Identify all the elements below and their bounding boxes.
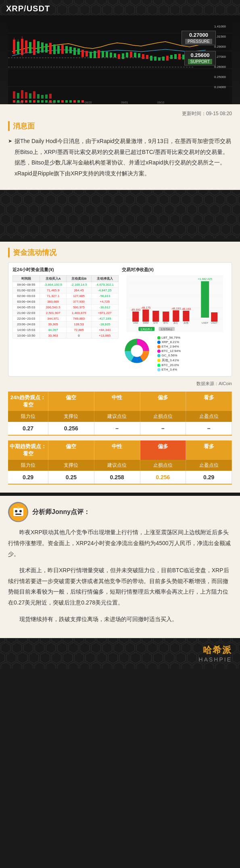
svg-text:USDT: USDT	[211, 322, 218, 324]
analyst-para-3: 现货继续持有，跌破支撑位离场，未进场的可回撤时适当买入。	[8, 614, 232, 625]
legend-dot	[157, 354, 161, 357]
legend-label: LBT_56.79%	[162, 336, 180, 339]
analyst-para-2: 技术面上，昨日XRP行情增量突破，但并未突破阻力位，目前BTC临近变盘，XRP后…	[8, 565, 232, 608]
t24-val-3: –	[94, 422, 140, 435]
legend-dot	[157, 341, 161, 344]
mid-val-4: 0.256	[140, 471, 186, 484]
td-net: +4,725	[91, 299, 118, 305]
t24-header-zhongxing: 中性	[94, 392, 140, 411]
td-time: 10:00~10:50	[13, 333, 40, 339]
svg-text:08/01: 08/01	[16, 101, 23, 104]
table-row: 10:00~10:50 33,963 0 +13,865	[13, 333, 119, 339]
svg-rect-22	[33, 40, 35, 55]
t24-val-5: –	[186, 422, 232, 435]
svg-rect-27	[53, 44, 56, 54]
mid-val-2: 0.25	[48, 471, 94, 484]
svg-rect-58	[178, 54, 181, 59]
support-tag: SUPPORT	[188, 59, 212, 64]
svg-rect-48	[138, 53, 140, 57]
svg-text:XRM: XRM	[143, 322, 148, 324]
td-net: -56,813	[91, 293, 118, 299]
td-buy: 344,971	[40, 316, 67, 322]
t24-col-suggest: 建议点位	[94, 411, 140, 422]
svg-rect-21	[29, 42, 31, 53]
table-row: 14:00~15:03 44,097 72,885 +84,343	[13, 327, 119, 333]
t24-header-piankou: 偏空	[48, 392, 94, 411]
mid-cols-row: 阻力位 支撑位 建议点位 止损点位 止盈点位	[8, 460, 232, 471]
td-sell: 749,883	[67, 316, 91, 322]
svg-rect-54	[162, 57, 165, 61]
chart-section: XRP/USDT 1.41000 0.31500 0.29000 0.27000…	[0, 0, 240, 104]
legend-item-1: LBT_56.79%	[157, 336, 228, 339]
svg-rect-46	[130, 52, 132, 57]
td-sell: -2,169,14.5	[67, 282, 91, 288]
svg-rect-77	[37, 100, 40, 103]
td-time: 04:00~05:03	[13, 305, 40, 310]
svg-text:09/01: 09/01	[121, 101, 128, 104]
svg-rect-70	[49, 94, 52, 99]
svg-text:其他: 其他	[184, 322, 188, 324]
legend-dot	[157, 368, 161, 371]
flow-chart-box: 近24小时资金流量(¥) 时间段 主动买入A 主动卖出B 主动净流入 09:00…	[8, 262, 232, 377]
td-sell: 1,469,875	[67, 310, 91, 316]
svg-rect-56	[170, 55, 173, 59]
svg-rect-20	[25, 40, 27, 53]
td-buy: 44,097	[40, 327, 67, 333]
svg-rect-33	[77, 48, 80, 55]
news-section: 更新时间：09-15 08:20 消息面 ➤ 据The Daily Hodl今日…	[0, 104, 240, 190]
legend-item-8: ETH_3.4%	[157, 368, 228, 371]
mid-val-5: 0.29	[186, 471, 232, 484]
svg-rect-84	[65, 100, 68, 103]
pressure-label: 0.27000 PRESSURE	[182, 31, 216, 45]
svg-rect-47	[134, 53, 136, 57]
footer-logo-sub: HASHPIE	[199, 656, 232, 663]
flow-left: 近24小时资金流量(¥) 时间段 主动买入A 主动卖出B 主动净流入 09:00…	[13, 267, 119, 372]
mid-col-suggest: 建议点位	[94, 460, 140, 471]
mid-val-1: 0.29	[8, 471, 48, 484]
td-time: 01:00~02:03	[13, 288, 40, 293]
t24-header-kanduo: 看多	[186, 392, 232, 411]
svg-rect-87	[77, 100, 80, 103]
legend-item-7: BTC_20.0%	[157, 363, 228, 367]
svg-rect-28	[57, 46, 60, 54]
svg-rect-36	[90, 52, 92, 58]
table-row: 21:00~22:03 2,501,907 1,469,875 +971,227	[13, 310, 119, 316]
td-net: -30,612	[91, 305, 118, 310]
svg-rect-49	[142, 54, 144, 59]
svg-rect-83	[61, 100, 64, 103]
td-buy: 33,963	[40, 333, 67, 339]
chart-placeholder: 1.41000 0.31500 0.29000 0.27000 0.26000 …	[0, 15, 240, 104]
td-buy: -3,664,192.5	[40, 282, 67, 288]
td-time: 23:00~24:03	[13, 322, 40, 327]
svg-rect-42	[114, 53, 116, 57]
mid-col-stoploss: 止损点位	[140, 460, 186, 471]
svg-rect-51	[150, 56, 152, 61]
t24-col-stoploss: 止损点位	[140, 411, 186, 422]
legend-label: GC_0.56%	[162, 354, 177, 357]
flow-right-title: 交易对净收盈(¥)	[122, 267, 228, 273]
svg-text:近期趋势止: 近期趋势止	[140, 328, 152, 331]
legend-label: BTC_12.94%	[162, 349, 181, 353]
svg-rect-52	[154, 57, 157, 61]
legend-dot	[157, 350, 161, 353]
svg-rect-103	[142, 310, 149, 322]
analyst-avatar-icon	[9, 503, 27, 521]
svg-rect-78	[41, 100, 44, 103]
svg-rect-43	[118, 54, 120, 59]
mid-col-takeprofit: 止盈点位	[186, 460, 232, 471]
t24-val-2: 0.256	[48, 422, 94, 435]
analyst-para-1: 昨夜XRP联动其他几个竞争币出现增量上行行情，上涨至震荡区间上边线附近后多头行情…	[8, 527, 232, 559]
td-buy: 71,465.9	[40, 288, 67, 293]
svg-rect-75	[29, 100, 31, 103]
svg-point-129	[19, 510, 22, 512]
svg-point-125	[131, 345, 143, 357]
svg-rect-45	[126, 53, 128, 57]
table-row: 22:00~23:03 344,971 749,883 -417,185	[13, 316, 119, 322]
td-buy: 396,540.5	[40, 305, 67, 310]
svg-rect-76	[33, 100, 35, 103]
svg-rect-50	[146, 55, 148, 59]
support-label: 0.25600 SUPPORT	[184, 51, 216, 65]
t24-val-4: –	[140, 422, 186, 435]
flow-th-time: 时间段	[13, 276, 40, 282]
analyst-content: 昨夜XRP联动其他几个竞争币出现增量上行行情，上涨至震荡区间上边线附近后多头行情…	[8, 527, 232, 624]
